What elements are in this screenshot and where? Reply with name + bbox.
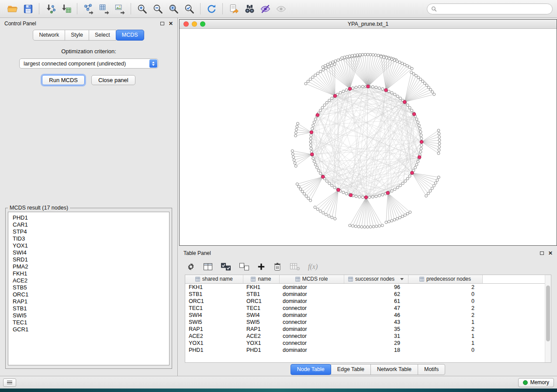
select-all-button[interactable] xyxy=(221,262,231,271)
tab-style[interactable]: Style xyxy=(65,30,89,41)
export-table-button[interactable] xyxy=(96,2,112,16)
cell-mcds-role[interactable]: connector xyxy=(279,340,344,347)
zoom-fit-button[interactable] xyxy=(166,2,181,16)
export-image-button[interactable] xyxy=(112,2,128,16)
cell-successor-nodes[interactable]: 35 xyxy=(344,326,408,333)
cell-predecessor-nodes[interactable]: 1 xyxy=(408,319,482,326)
cell-shared-name[interactable]: RAP1 xyxy=(185,326,243,333)
run-mcds-button[interactable]: Run MCDS xyxy=(42,75,85,85)
float-panel-icon[interactable] xyxy=(160,22,164,25)
cell-predecessor-nodes[interactable]: 2 xyxy=(408,326,482,333)
delete-row-button[interactable] xyxy=(273,262,282,272)
sort-descending-icon[interactable] xyxy=(400,278,404,280)
hide-annotations-button[interactable] xyxy=(257,2,273,16)
cell-name[interactable]: SWI5 xyxy=(243,319,279,326)
table-row[interactable]: ORC1ORC1dominator610 xyxy=(185,298,545,305)
network-canvas[interactable] xyxy=(180,29,557,245)
cell-name[interactable]: FKH1 xyxy=(243,283,279,291)
table-row[interactable]: PHD1PHD1dominator180 xyxy=(185,347,545,354)
zoom-out-button[interactable] xyxy=(150,2,166,16)
cell-name[interactable]: TEC1 xyxy=(243,305,279,312)
cell-predecessor-nodes[interactable]: 2 xyxy=(408,305,482,312)
column-header-predecessor-nodes[interactable]: predecessor nodes xyxy=(408,275,482,283)
cell-mcds-role[interactable]: connector xyxy=(279,319,344,326)
import-network-button[interactable] xyxy=(42,2,58,16)
table-settings-button[interactable] xyxy=(187,262,195,271)
memory-button[interactable]: Memory xyxy=(518,378,554,387)
close-panel-button[interactable]: Close panel xyxy=(91,75,135,85)
mcds-result-item[interactable]: SWI5 xyxy=(8,312,169,319)
close-window-icon[interactable] xyxy=(183,21,189,27)
cell-successor-nodes[interactable]: 62 xyxy=(344,291,408,298)
mcds-result-item[interactable]: ORC1 xyxy=(8,291,169,298)
mcds-result-item[interactable]: CAR1 xyxy=(8,221,169,228)
column-header-successor-nodes[interactable]: successor nodes xyxy=(344,275,408,283)
table-row[interactable]: YOX1YOX1connector291 xyxy=(185,340,545,347)
table-tab-network-table[interactable]: Network Table xyxy=(370,364,418,375)
mcds-result-item[interactable]: TID3 xyxy=(8,235,169,242)
maximize-window-icon[interactable] xyxy=(200,21,205,27)
table-row[interactable]: TEC1TEC1connector472 xyxy=(185,305,545,312)
column-header-name[interactable]: name xyxy=(243,275,279,283)
cell-name[interactable]: STB1 xyxy=(243,291,279,298)
refresh-view-button[interactable] xyxy=(204,2,219,16)
search-box[interactable] xyxy=(427,3,553,14)
mcds-result-item[interactable]: SRD1 xyxy=(8,256,169,263)
cell-name[interactable]: PHD1 xyxy=(243,347,279,354)
console-button[interactable] xyxy=(3,378,16,387)
mcds-result-item[interactable]: SWI4 xyxy=(8,249,169,256)
cell-predecessor-nodes[interactable]: 1 xyxy=(408,333,482,340)
cell-name[interactable]: YOX1 xyxy=(243,340,279,347)
cell-successor-nodes[interactable]: 61 xyxy=(344,298,408,305)
table-row[interactable]: SWI5SWI5connector431 xyxy=(185,319,545,326)
cell-mcds-role[interactable]: connector xyxy=(279,333,344,340)
tab-mcds[interactable]: MCDS xyxy=(116,30,144,41)
tab-network[interactable]: Network xyxy=(33,30,65,41)
save-session-button[interactable] xyxy=(20,2,36,16)
network-window-titlebar[interactable]: YPA_prune.txt_1 xyxy=(180,20,557,29)
tab-select[interactable]: Select xyxy=(89,30,116,41)
table-scrollbar[interactable] xyxy=(545,275,551,362)
cell-name[interactable]: SWI4 xyxy=(243,312,279,319)
cell-shared-name[interactable]: FKH1 xyxy=(185,283,243,291)
cell-shared-name[interactable]: TEC1 xyxy=(185,305,243,312)
cell-shared-name[interactable]: ACE2 xyxy=(185,333,243,340)
cell-mcds-role[interactable]: dominator xyxy=(279,326,344,333)
cell-name[interactable]: ACE2 xyxy=(243,333,279,340)
mcds-result-item[interactable]: STB1 xyxy=(8,305,169,312)
cell-mcds-role[interactable]: dominator xyxy=(279,312,344,319)
cell-shared-name[interactable]: ORC1 xyxy=(185,298,243,305)
mcds-result-item[interactable]: STB5 xyxy=(8,284,169,291)
cell-mcds-role[interactable]: dominator xyxy=(279,283,344,291)
table-row[interactable]: STB1STB1dominator620 xyxy=(185,291,545,298)
mcds-result-item[interactable]: PHD1 xyxy=(8,214,169,221)
cell-predecessor-nodes[interactable]: 0 xyxy=(408,347,482,354)
table-scrollbar-thumb[interactable] xyxy=(546,285,550,341)
mcds-result-item[interactable]: TEC1 xyxy=(8,319,169,326)
column-header-MCDS-role[interactable]: MCDS role xyxy=(279,275,344,283)
zoom-selected-button[interactable] xyxy=(181,2,197,16)
table-row[interactable]: SWI4SWI4dominator462 xyxy=(185,312,545,319)
mcds-result-item[interactable]: RAP1 xyxy=(8,298,169,305)
table-tab-node-table[interactable]: Node Table xyxy=(291,364,331,375)
cell-mcds-role[interactable]: dominator xyxy=(279,298,344,305)
zoom-in-button[interactable] xyxy=(134,2,150,16)
cell-mcds-role[interactable]: dominator xyxy=(279,347,344,354)
cell-mcds-role[interactable]: connector xyxy=(279,305,344,312)
mcds-result-item[interactable]: YOX1 xyxy=(8,242,169,249)
cell-predecessor-nodes[interactable]: 0 xyxy=(408,291,482,298)
share-document-button[interactable] xyxy=(226,2,242,16)
cell-mcds-role[interactable]: dominator xyxy=(279,291,344,298)
table-tab-edge-table[interactable]: Edge Table xyxy=(331,364,371,375)
import-table-button[interactable] xyxy=(58,2,74,16)
column-header-shared-name[interactable]: shared name xyxy=(185,275,243,283)
table-row[interactable]: ACE2ACE2connector311 xyxy=(185,333,545,340)
mcds-result-item[interactable]: ACE2 xyxy=(8,277,169,284)
cell-predecessor-nodes[interactable]: 2 xyxy=(408,312,482,319)
add-row-button[interactable] xyxy=(257,263,265,271)
cell-successor-nodes[interactable]: 29 xyxy=(344,340,408,347)
show-annotations-button[interactable] xyxy=(273,2,289,16)
open-folder-button[interactable] xyxy=(4,2,20,16)
cell-successor-nodes[interactable]: 46 xyxy=(344,312,408,319)
cell-successor-nodes[interactable]: 47 xyxy=(344,305,408,312)
